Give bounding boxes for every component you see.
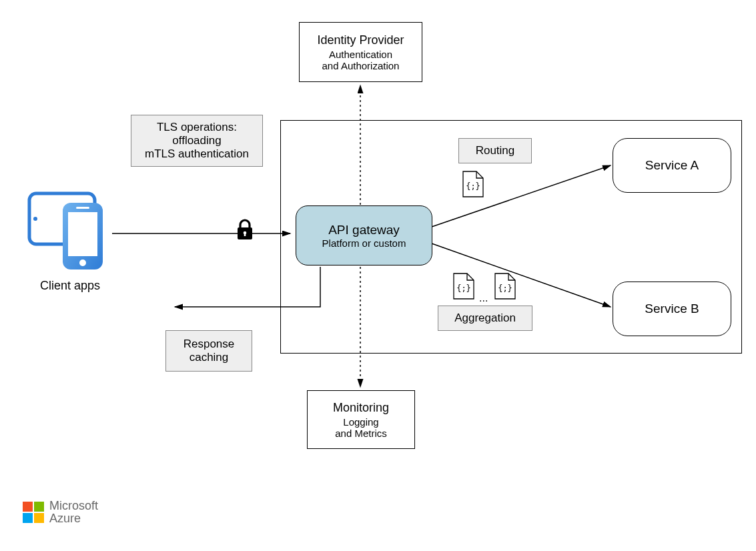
response-l1: Response xyxy=(183,338,235,351)
response-caching-box: Response caching xyxy=(165,330,252,372)
aggregation-ellipsis: ... xyxy=(479,292,488,304)
gateway-title: API gateway xyxy=(328,223,400,237)
monitoring-sub1: Logging xyxy=(343,416,378,428)
svg-rect-11 xyxy=(68,212,97,256)
ms-square-red xyxy=(23,502,33,512)
service-b-box: Service B xyxy=(613,282,731,336)
tls-line3: mTLS authentication xyxy=(145,147,249,161)
aggregation-label-box: Aggregation xyxy=(438,306,532,331)
svg-rect-13 xyxy=(76,207,89,209)
brand-line1: Microsoft xyxy=(49,500,98,512)
routing-file-icon: {;} xyxy=(462,170,484,198)
svg-point-12 xyxy=(79,259,86,266)
service-b-label: Service B xyxy=(645,302,699,316)
gateway-subtitle: Platform or custom xyxy=(322,237,406,249)
identity-sub1: Authentication xyxy=(329,49,392,60)
microsoft-azure-logo: Microsoft Azure xyxy=(23,500,98,525)
svg-text:{;}: {;} xyxy=(456,284,471,293)
svg-point-9 xyxy=(33,217,37,221)
svg-rect-7 xyxy=(244,233,246,236)
identity-provider-box: Identity Provider Authentication and Aut… xyxy=(299,22,422,82)
service-a-box: Service A xyxy=(613,138,731,193)
aggregation-file-icon-1: {;} xyxy=(452,272,475,300)
tls-line1: TLS operations: xyxy=(157,121,237,134)
brand-line2: Azure xyxy=(49,512,98,525)
client-apps-label: Client apps xyxy=(33,279,107,293)
ms-square-blue xyxy=(23,513,33,523)
tls-operations-box: TLS operations: offloading mTLS authenti… xyxy=(131,115,263,167)
routing-label: Routing xyxy=(476,144,515,157)
ms-square-green xyxy=(34,502,44,512)
aggregation-file-icon-2: {;} xyxy=(494,272,516,300)
monitoring-title: Monitoring xyxy=(333,401,389,415)
client-devices-icon xyxy=(21,188,111,271)
tls-line2: offloading xyxy=(172,134,221,147)
identity-sub2: and Authorization xyxy=(322,60,400,71)
monitoring-sub2: and Metrics xyxy=(335,428,387,439)
ms-square-yellow xyxy=(34,513,44,523)
svg-text:{;}: {;} xyxy=(466,181,480,191)
routing-label-box: Routing xyxy=(458,138,532,163)
api-gateway-box: API gateway Platform or custom xyxy=(296,205,432,265)
service-a-label: Service A xyxy=(645,158,699,173)
monitoring-box: Monitoring Logging and Metrics xyxy=(307,390,415,449)
response-l2: caching xyxy=(190,351,229,364)
brand-text: Microsoft Azure xyxy=(49,500,98,525)
identity-title: Identity Provider xyxy=(317,33,404,47)
svg-text:{;}: {;} xyxy=(498,284,512,293)
aggregation-label: Aggregation xyxy=(454,312,516,325)
lock-icon xyxy=(235,218,255,242)
microsoft-logo-grid xyxy=(23,502,44,523)
